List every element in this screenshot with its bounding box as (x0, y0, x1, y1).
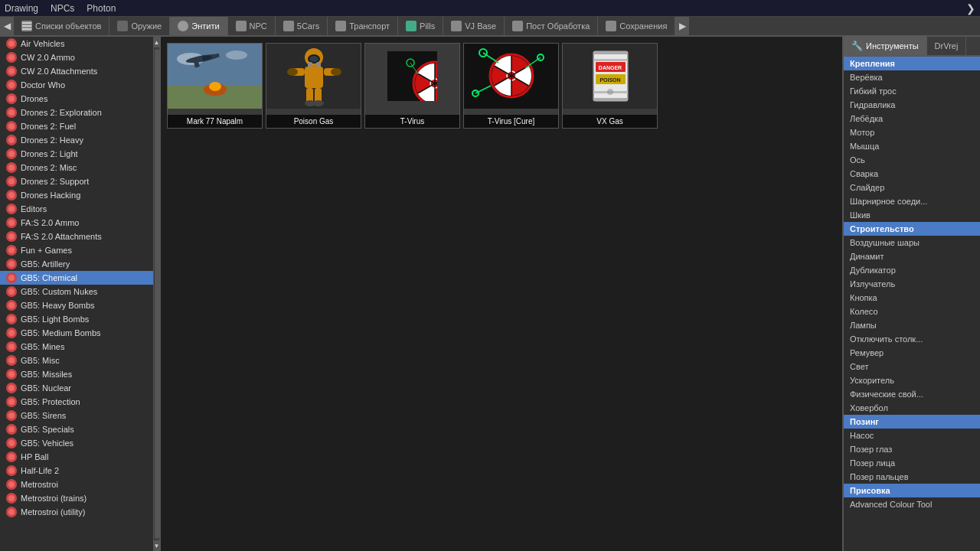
list-item-label: GB5: Medium Bombs (21, 328, 101, 337)
tool-tab-drvrej[interactable]: DrVrej (927, 36, 967, 56)
list-item[interactable]: GB5: Misc (0, 354, 153, 367)
right-section-item[interactable]: Шкив (844, 208, 980, 222)
right-section-item[interactable]: Насос (844, 429, 980, 442)
list-item[interactable]: FA:S 2.0 Attachments (0, 230, 153, 243)
tab-pills-icon (406, 21, 416, 31)
list-item[interactable]: Editors (0, 202, 153, 216)
list-item[interactable]: CW 2.0 Ammo (0, 51, 153, 64)
menu-photon[interactable]: Photon (87, 3, 116, 14)
right-section-item[interactable]: Ховербол (844, 401, 980, 415)
list-item[interactable]: Drones 2: Exploration (0, 106, 153, 119)
list-item[interactable]: GB5: Custom Nukes (0, 285, 153, 298)
tab-weapons[interactable]: Оружие (109, 17, 170, 36)
right-section-item[interactable]: Ускоритель (844, 373, 980, 387)
list-item[interactable]: Drones 2: Support (0, 174, 153, 188)
list-item[interactable]: GB5: Artillery (0, 257, 153, 271)
list-item[interactable]: Drones (0, 92, 153, 106)
right-section-item[interactable]: Кнопка (844, 291, 980, 305)
right-section-item[interactable]: Позер глаз (844, 442, 980, 456)
tool-tab-instruments[interactable]: 🔧 Инструменты (844, 36, 927, 56)
left-panel-scrollbar[interactable]: ▲ ▼ (153, 37, 159, 551)
entity-card-vxgas[interactable]: DANGER POISON VX Gas (562, 43, 658, 129)
list-item[interactable]: Doctor Who (0, 78, 153, 92)
list-item[interactable]: FA:S 2.0 Ammo (0, 216, 153, 230)
entity-card-tvirus-cure[interactable]: T-Virus [Cure] (463, 43, 559, 129)
right-section-item[interactable]: Физические свой... (844, 387, 980, 401)
list-item[interactable]: Drones 2: Fuel (0, 119, 153, 133)
list-item[interactable]: GB5: Medium Bombs (0, 326, 153, 340)
right-section-item[interactable]: Сварка (844, 167, 980, 181)
tab-weapons-icon (117, 21, 128, 31)
right-section-item[interactable]: Лампы (844, 318, 980, 332)
right-section-item[interactable]: Свет (844, 360, 980, 373)
list-item[interactable]: Metrostroi (utility) (0, 505, 153, 519)
right-section-item[interactable]: Лебёдка (844, 112, 980, 126)
right-section-item[interactable]: Воздушные шары (844, 236, 980, 249)
scroll-down-btn[interactable]: ▼ (154, 540, 160, 551)
svg-point-46 (8, 330, 15, 336)
list-item[interactable]: CW 2.0 Attachments (0, 64, 153, 78)
entity-card-napalm[interactable]: Mark 77 Napalm (167, 43, 263, 129)
entity-card-tvirus[interactable]: T-Virus (364, 43, 460, 129)
list-item[interactable]: Metrostroi (0, 478, 153, 491)
tab-pills[interactable]: Pills (398, 17, 443, 36)
tab-5cars[interactable]: 5Cars (276, 17, 328, 36)
right-section-item[interactable]: Ремувер (844, 346, 980, 360)
right-section-item[interactable]: Слайдер (844, 181, 980, 194)
menu-drawing[interactable]: Drawing (5, 3, 38, 14)
list-item[interactable]: GB5: Sirens (0, 409, 153, 422)
right-section-item[interactable]: Ось (844, 153, 980, 167)
list-item-label: Drones 2: Exploration (21, 108, 102, 117)
right-section-item[interactable]: Мышца (844, 139, 980, 153)
list-item[interactable]: Drones Hacking (0, 188, 153, 202)
tab-vjbase[interactable]: VJ Base (443, 17, 505, 36)
list-item[interactable]: Half-Life 2 (0, 464, 153, 478)
list-item[interactable]: GB5: Protection (0, 395, 153, 409)
list-item[interactable]: GB5: Mines (0, 340, 153, 354)
right-section-item[interactable]: Позер пальцев (844, 470, 980, 484)
list-item[interactable]: GB5: Chemical (0, 271, 153, 285)
list-item[interactable]: Air Vehicles (0, 37, 153, 51)
list-item[interactable]: HP Ball (0, 450, 153, 464)
right-section-header[interactable]: Крепления (844, 57, 980, 70)
right-section-header[interactable]: Присовка (844, 484, 980, 497)
right-section-item[interactable]: Позер лица (844, 456, 980, 470)
tab-postprocess[interactable]: Пост Обработка (505, 17, 598, 36)
right-section-item[interactable]: Гидравлика (844, 98, 980, 112)
list-item[interactable]: GB5: Missiles (0, 367, 153, 381)
right-section-item[interactable]: Advanced Colour Tool (844, 497, 980, 511)
list-item[interactable]: GB5: Light Bombs (0, 312, 153, 326)
right-section-item[interactable]: Гибкий трос (844, 84, 980, 98)
list-item[interactable]: GB5: Specials (0, 422, 153, 436)
list-item[interactable]: Drones 2: Misc (0, 161, 153, 174)
tab-npc[interactable]: NPC (228, 17, 276, 36)
tab-saves[interactable]: Сохранения (598, 17, 675, 36)
right-section-item[interactable]: Излучатель (844, 277, 980, 291)
menu-npcs[interactable]: NPCs (51, 3, 74, 14)
list-item[interactable]: Fun + Games (0, 243, 153, 257)
right-section-item[interactable]: Верёвка (844, 70, 980, 84)
tab-entities[interactable]: Энтити (170, 17, 227, 36)
right-section-item[interactable]: Динамит (844, 249, 980, 263)
tab-nav-left[interactable]: ◀ (0, 17, 14, 36)
list-item[interactable]: GB5: Heavy Bombs (0, 298, 153, 312)
list-item[interactable]: Metrostroi (trains) (0, 491, 153, 505)
right-section-item[interactable]: Шарнирное соеди... (844, 194, 980, 208)
list-item[interactable]: GB5: Nuclear (0, 381, 153, 395)
scroll-up-btn[interactable]: ▲ (154, 37, 160, 47)
right-section-header[interactable]: Позинг (844, 415, 980, 429)
right-section-item[interactable]: Колесо (844, 305, 980, 318)
list-item[interactable]: Drones 2: Heavy (0, 133, 153, 147)
right-section-item[interactable]: Дубликатор (844, 263, 980, 277)
right-section-item[interactable]: Мотор (844, 126, 980, 139)
tab-transport-label: Транспорт (349, 21, 390, 31)
right-section-header[interactable]: Строительство (844, 222, 980, 236)
tab-transport[interactable]: Транспорт (328, 17, 398, 36)
list-item[interactable]: Drones 2: Light (0, 147, 153, 161)
tab-lists[interactable]: Списки объектов (14, 17, 109, 36)
right-section-item[interactable]: Отключить столк... (844, 332, 980, 346)
tab-nav-right[interactable]: ▶ (675, 17, 689, 36)
entity-card-poison[interactable]: Poison Gas (266, 43, 361, 129)
svg-rect-89 (305, 67, 323, 88)
list-item[interactable]: GB5: Vehicles (0, 436, 153, 450)
